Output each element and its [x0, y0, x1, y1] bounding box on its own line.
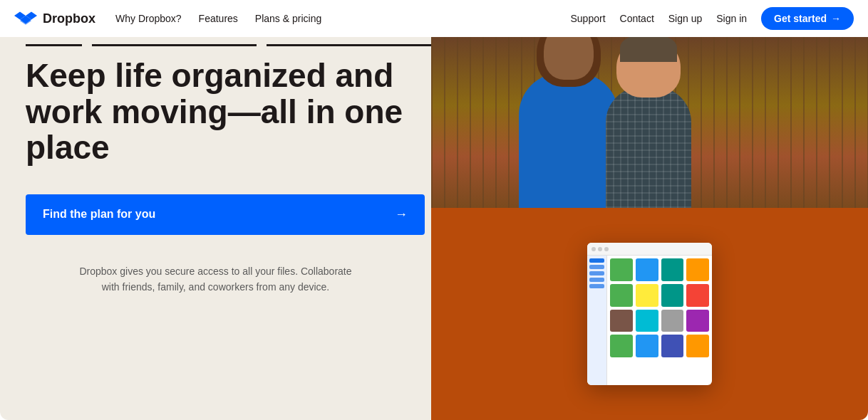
file-icon-1 — [610, 258, 633, 281]
orange-section — [431, 208, 868, 420]
left-panel: Keep life organized and work moving—all … — [0, 37, 431, 420]
person-1 — [519, 51, 619, 208]
line-gap-2 — [257, 44, 267, 46]
person-2 — [606, 65, 691, 208]
photo-placeholder — [431, 37, 868, 208]
sidebar-item-5 — [589, 284, 604, 288]
nav-link-features[interactable]: Features — [199, 13, 238, 24]
file-browser-body — [587, 256, 712, 385]
right-panel — [431, 37, 868, 420]
window-dot-2 — [598, 247, 602, 251]
person-2-body — [606, 87, 691, 208]
nav-links-left: Why Dropbox? Features Plans & pricing — [115, 13, 570, 24]
cta-arrow-icon: → — [395, 207, 408, 222]
file-icon-7 — [661, 284, 684, 307]
dropbox-logo-icon — [14, 7, 37, 30]
file-browser-mockup — [587, 243, 712, 385]
person-1-body — [519, 73, 619, 208]
person-2-hair — [620, 37, 677, 62]
hero-heading: Keep life organized and work moving—all … — [26, 58, 425, 166]
file-icon-4 — [686, 258, 709, 281]
file-icon-14 — [636, 335, 658, 357]
file-icon-12 — [686, 310, 709, 332]
file-icon-13 — [610, 335, 633, 357]
decorative-lines — [26, 37, 431, 46]
file-icon-5 — [610, 284, 633, 307]
file-icon-3 — [661, 258, 684, 281]
person-1-face — [544, 37, 594, 80]
get-started-button[interactable]: Get started → — [761, 7, 854, 30]
line-3 — [267, 44, 431, 46]
nav-link-sign-in[interactable]: Sign in — [716, 13, 747, 24]
arrow-icon: → — [831, 13, 841, 24]
logo[interactable]: Dropbox — [14, 7, 95, 30]
file-browser-content — [607, 256, 712, 385]
main-content: Keep life organized and work moving—all … — [0, 37, 868, 420]
file-icon-8 — [686, 284, 709, 307]
nav-links-right: Support Contact Sign up Sign in Get star… — [570, 7, 854, 30]
line-1 — [26, 44, 82, 46]
file-icon-10 — [636, 310, 658, 332]
file-icon-16 — [686, 335, 709, 357]
file-icon-2 — [636, 258, 658, 281]
line-gap-1 — [82, 44, 92, 46]
line-2 — [92, 44, 257, 46]
sidebar-item-2 — [589, 265, 604, 269]
file-browser-titlebar — [587, 243, 712, 256]
window-dot-1 — [591, 247, 596, 251]
window-dot-3 — [604, 247, 609, 251]
sidebar-item-4 — [589, 278, 604, 282]
file-browser-sidebar — [587, 256, 607, 385]
file-icon-9 — [610, 310, 633, 332]
sidebar-item-1 — [589, 258, 604, 263]
nav-link-support[interactable]: Support — [570, 13, 605, 24]
logo-text: Dropbox — [43, 11, 95, 26]
nav-link-plans-pricing[interactable]: Plans & pricing — [255, 13, 321, 24]
tagline-text: Dropbox gives you secure access to all y… — [73, 263, 358, 295]
file-icon-6 — [636, 284, 658, 307]
nav-link-contact[interactable]: Contact — [620, 13, 654, 24]
navigation: Dropbox Why Dropbox? Features Plans & pr… — [0, 0, 868, 37]
file-icon-11 — [661, 310, 684, 332]
hero-photo — [431, 37, 868, 208]
sidebar-item-3 — [589, 271, 604, 275]
cta-label: Find the plan for you — [43, 208, 155, 221]
nav-link-sign-up[interactable]: Sign up — [668, 13, 702, 24]
find-plan-button[interactable]: Find the plan for you → — [26, 194, 425, 235]
nav-link-why-dropbox[interactable]: Why Dropbox? — [115, 13, 182, 24]
file-icon-15 — [661, 335, 684, 357]
